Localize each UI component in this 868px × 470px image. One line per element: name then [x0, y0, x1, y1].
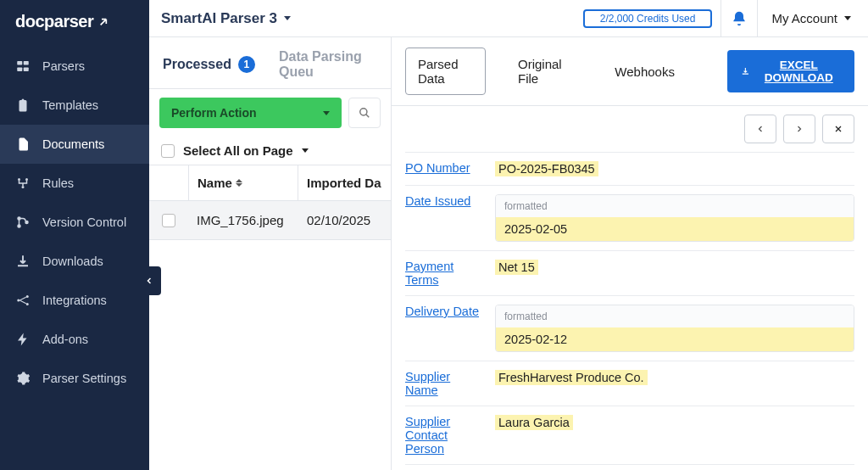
formatted-value-box: formatted2025-02-05	[495, 194, 854, 242]
parsed-field-row: Supplier Contact PersonLaura Garcia	[405, 406, 854, 464]
detail-panel: Parsed Data Original File Webhooks EXCEL…	[392, 37, 868, 470]
field-label-link[interactable]: Delivery Date	[405, 305, 479, 318]
sidebar-item-parser-settings[interactable]: Parser Settings	[0, 359, 149, 398]
sidebar-item-parsers[interactable]: Parsers	[0, 47, 149, 86]
parsed-field-row: Payment TermsNet 15	[405, 250, 854, 295]
brand-name: docparser	[15, 12, 93, 31]
notifications-button[interactable]	[721, 0, 758, 36]
chevron-down-icon	[302, 148, 309, 153]
sidebar-item-addons[interactable]: Add-ons	[0, 320, 149, 359]
parsed-field-label: Delivery Date	[405, 305, 481, 318]
parsed-field-label: Supplier Contact Person	[405, 415, 481, 456]
sidebar-item-label: Version Control	[42, 215, 126, 229]
sidebar-item-integrations[interactable]: Integrations	[0, 281, 149, 320]
parsed-field-row: Delivery Dateformatted2025-02-12	[405, 295, 854, 361]
parsed-field-value: FreshHarvest Produce Co.	[495, 370, 854, 385]
parsed-field-value: formatted2025-02-05	[495, 194, 854, 242]
svg-point-9	[25, 221, 28, 224]
svg-rect-0	[17, 61, 22, 65]
account-label: My Account	[771, 11, 837, 25]
tab-processed[interactable]: Processed 1	[163, 56, 255, 73]
chevron-down-icon	[284, 16, 291, 20]
close-icon	[833, 124, 843, 134]
svg-point-5	[25, 178, 28, 181]
tab-parsed-data[interactable]: Parsed Data	[405, 48, 486, 95]
excel-download-button[interactable]: EXCEL DOWNLOAD	[727, 50, 854, 92]
sidebar-collapse-handle[interactable]	[137, 266, 161, 295]
field-label-link[interactable]: PO Number	[405, 161, 470, 175]
highlighted-value: Laura Garcia	[495, 415, 573, 430]
highlighted-value: Net 15	[495, 260, 538, 275]
sidebar-item-label: Templates	[42, 98, 98, 112]
chevron-right-icon	[794, 124, 804, 134]
version-control-icon	[15, 215, 31, 230]
formatted-value-box: formatted2025-02-12	[495, 305, 854, 352]
row-name: IMG_1756.jpeg	[188, 201, 298, 239]
tab-label: Data Parsing Queu	[279, 49, 377, 80]
next-document-button[interactable]	[783, 115, 815, 143]
parser-name: SmartAI Parser 3	[161, 10, 277, 27]
highlighted-value: PO-2025-FB0345	[495, 161, 598, 176]
documents-icon	[15, 137, 31, 152]
document-list-panel: Processed 1 Data Parsing Queu Perform Ac…	[149, 37, 392, 470]
sidebar-item-version-control[interactable]: Version Control	[0, 203, 149, 242]
brand-logo[interactable]: docparser	[0, 0, 149, 47]
sidebar-item-label: Rules	[42, 176, 74, 190]
sidebar-item-templates[interactable]: Templates	[0, 86, 149, 125]
svg-point-12	[26, 303, 29, 305]
sidebar-item-documents[interactable]: Documents	[0, 125, 149, 164]
sidebar-item-rules[interactable]: Rules	[0, 164, 149, 203]
tab-parsing-queue[interactable]: Data Parsing Queu	[279, 49, 377, 80]
search-icon	[359, 107, 370, 119]
list-tabs: Processed 1 Data Parsing Queu	[149, 37, 391, 89]
sidebar-item-label: Add-ons	[42, 333, 88, 346]
svg-point-4	[18, 178, 20, 181]
parsed-field-value: Laura Garcia	[495, 415, 854, 430]
parsed-field-row: Supplier NameFreshHarvest Produce Co.	[405, 361, 854, 406]
field-label-link[interactable]: Payment Terms	[405, 260, 453, 287]
account-menu[interactable]: My Account	[766, 11, 856, 25]
sidebar-item-label: Downloads	[42, 255, 103, 268]
parsed-field-row: Address789 Green Valley Rd, Salinas, CA …	[405, 464, 854, 470]
svg-point-10	[17, 299, 19, 302]
perform-action-label: Perform Action	[171, 106, 257, 120]
column-name[interactable]: Name	[188, 165, 298, 200]
sidebar-item-downloads[interactable]: Downloads	[0, 242, 149, 281]
formatted-value: 2025-02-12	[496, 327, 854, 351]
row-checkbox[interactable]	[162, 214, 175, 227]
sidebar-item-label: Parsers	[42, 59, 85, 73]
select-all-label: Select All on Page	[183, 143, 293, 158]
addons-icon	[15, 332, 31, 347]
tab-original-file[interactable]: Original File	[506, 48, 582, 94]
row-imported: 02/10/2025	[298, 201, 391, 239]
parsed-field-row: PO NumberPO-2025-FB0345	[405, 152, 854, 185]
downloads-icon	[15, 254, 31, 269]
select-all-checkbox[interactable]	[161, 144, 175, 158]
formatted-value: 2025-02-05	[496, 217, 854, 241]
field-label-link[interactable]: Supplier Name	[405, 370, 450, 397]
field-label-link[interactable]: Date Issued	[405, 194, 470, 208]
parser-selector[interactable]: SmartAI Parser 3	[161, 10, 291, 27]
parsed-field-label: PO Number	[405, 161, 481, 175]
column-imported[interactable]: Imported Da	[298, 165, 391, 200]
perform-action-dropdown[interactable]: Perform Action	[159, 98, 342, 128]
parsed-field-row: Date Issuedformatted2025-02-05	[405, 185, 854, 250]
parsed-field-label: Supplier Name	[405, 370, 481, 397]
sidebar-nav: Parsers Templates Documents Rules Versio…	[0, 47, 149, 398]
export-icon	[97, 15, 110, 29]
chevron-left-icon	[755, 124, 765, 134]
select-all-row[interactable]: Select All on Page	[149, 137, 391, 165]
search-button[interactable]	[348, 98, 381, 128]
svg-rect-3	[24, 68, 29, 72]
table-row[interactable]: IMG_1756.jpeg 02/10/2025	[149, 201, 391, 240]
templates-icon	[15, 98, 31, 113]
column-label: Name	[198, 176, 232, 190]
credits-badge[interactable]: 2/2,000 Credits Used	[583, 9, 713, 28]
field-label-link[interactable]: Supplier Contact Person	[405, 415, 450, 456]
sort-icon	[236, 179, 242, 187]
prev-document-button[interactable]	[744, 115, 776, 143]
tab-webhooks[interactable]: Webhooks	[603, 56, 687, 87]
parsed-fields-list: PO NumberPO-2025-FB0345Date Issuedformat…	[392, 152, 868, 470]
close-detail-button[interactable]	[822, 115, 854, 143]
parsed-field-value: formatted2025-02-12	[495, 305, 854, 352]
